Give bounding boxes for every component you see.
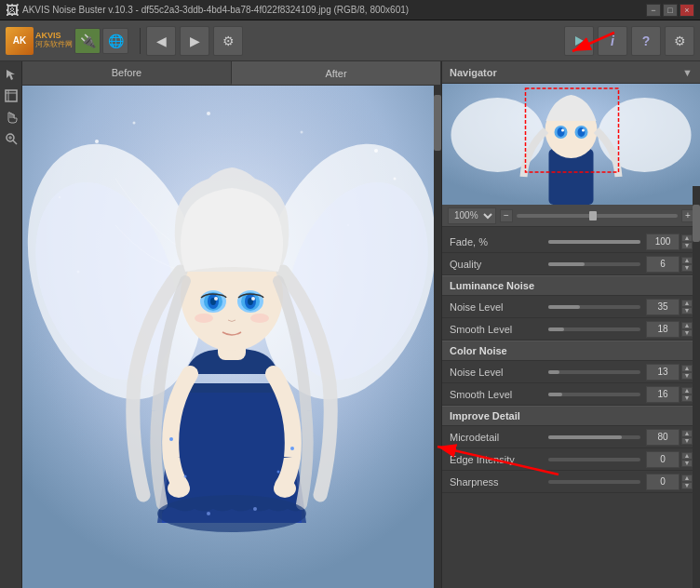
navigator-chevron[interactable]: ▼	[682, 67, 693, 78]
left-sidebar	[0, 61, 22, 588]
tab-before[interactable]: Before	[22, 61, 232, 85]
smooth-lum-up[interactable]: ▲	[681, 322, 693, 329]
svg-point-44	[207, 512, 210, 515]
edge-intensity-spinner: ▲ ▼	[681, 452, 693, 467]
noise-level-lum-slider[interactable]	[548, 305, 641, 309]
svg-point-38	[168, 479, 190, 498]
svg-point-54	[578, 127, 586, 137]
fade-up[interactable]: ▲	[681, 234, 693, 242]
svg-point-56	[582, 129, 585, 132]
sharpness-up[interactable]: ▲	[681, 474, 693, 482]
improve-detail-header: Improve Detail	[442, 406, 700, 426]
noise-lum-down[interactable]: ▼	[681, 307, 693, 314]
quality-spinner: ▲ ▼	[681, 257, 693, 272]
help-button[interactable]: ?	[631, 26, 661, 56]
navigator-header: Navigator ▼	[442, 61, 700, 84]
quality-down[interactable]: ▼	[681, 264, 693, 272]
noise-col-up[interactable]: ▲	[681, 365, 693, 372]
zoom-minus-button[interactable]: −	[500, 209, 513, 222]
tool-select[interactable]	[2, 65, 20, 84]
svg-point-43	[277, 471, 280, 474]
view-tabs: Before After	[22, 61, 441, 86]
noise-level-col-label: Noise Level	[450, 367, 543, 378]
noise-level-col-value[interactable]: 13	[646, 364, 680, 381]
svg-point-29	[214, 297, 218, 301]
title-bar-left: 🖼 AKVIS Noise Buster v.10.3 - df55c2a3-3…	[6, 3, 409, 18]
svg-point-55	[561, 129, 564, 132]
svg-point-10	[95, 140, 99, 143]
edge-intensity-slider[interactable]	[548, 458, 641, 461]
smooth-col-up[interactable]: ▲	[681, 387, 693, 394]
quality-up[interactable]: ▲	[681, 257, 693, 264]
smooth-level-lum-label: Smooth Level	[450, 324, 543, 335]
svg-point-34	[251, 297, 255, 301]
info-button[interactable]: i	[598, 26, 627, 56]
noise-level-col-slider[interactable]	[548, 370, 641, 374]
microdetail-slider[interactable]	[548, 435, 641, 439]
noise-col-down[interactable]: ▼	[681, 372, 693, 380]
tab-after[interactable]: After	[232, 61, 441, 85]
sharpness-spinner: ▲ ▼	[681, 474, 693, 489]
quality-label: Quality	[450, 259, 543, 270]
forward-button[interactable]: ▶	[180, 26, 209, 56]
fade-label: Fade, %	[450, 236, 543, 247]
globe-button[interactable]: 🌐	[102, 28, 128, 54]
svg-point-45	[253, 507, 257, 511]
noise-lum-up[interactable]: ▲	[681, 300, 693, 307]
smooth-level-col-label: Smooth Level	[450, 389, 543, 400]
smooth-level-col-slider[interactable]	[548, 393, 641, 396]
zoom-slider[interactable]	[517, 214, 678, 218]
svg-point-39	[274, 479, 296, 498]
tool-crop[interactable]	[2, 87, 20, 105]
edge-intensity-label: Edge Intensity	[450, 454, 543, 465]
canvas-area: Before After	[22, 61, 441, 588]
microdetail-row: Microdetail 80 ▲ ▼	[442, 426, 700, 448]
quality-value[interactable]: 6	[646, 256, 680, 273]
tool-hand[interactable]	[2, 108, 20, 127]
quality-slider[interactable]	[548, 262, 641, 266]
smooth-level-col-value[interactable]: 16	[646, 386, 680, 403]
edge-intensity-down[interactable]: ▼	[681, 460, 693, 467]
microdetail-down[interactable]: ▼	[681, 437, 693, 445]
noise-level-lum-value[interactable]: 35	[646, 299, 680, 315]
globe-icon: 🌐	[108, 33, 124, 48]
svg-point-40	[169, 437, 173, 441]
edge-intensity-value[interactable]: 0	[646, 451, 680, 468]
smooth-level-lum-row: Smooth Level 18 ▲ ▼	[442, 318, 700, 341]
smooth-lum-down[interactable]: ▼	[681, 329, 693, 337]
svg-point-41	[290, 447, 294, 450]
microdetail-label: Microdetail	[450, 432, 543, 443]
nav-image	[442, 84, 700, 205]
sharpness-label: Sharpness	[450, 476, 543, 488]
params-panel: Fade, % 100 ▲ ▼ Quality 6 ▲ ▼	[442, 227, 700, 588]
plugin-button[interactable]: 🔌	[74, 28, 101, 54]
sharpness-slider[interactable]	[548, 480, 641, 484]
color-noise-header: Color Noise	[442, 341, 700, 361]
fade-down[interactable]: ▼	[681, 242, 693, 249]
svg-point-37	[157, 495, 306, 532]
title-text: AKVIS Noise Buster v.10.3 - df55c2a3-3dd…	[22, 5, 409, 15]
minimize-button[interactable]: −	[646, 4, 661, 17]
settings-button[interactable]: ⚙	[213, 26, 243, 56]
zoom-select[interactable]: 100%	[448, 207, 496, 224]
edge-intensity-up[interactable]: ▲	[681, 452, 693, 460]
fade-value[interactable]: 100	[646, 234, 680, 250]
sharpness-value[interactable]: 0	[646, 474, 680, 490]
sharpness-down[interactable]: ▼	[681, 482, 693, 489]
back-button[interactable]: ◀	[146, 26, 176, 56]
luminance-noise-header: Luminance Noise	[442, 275, 700, 296]
smooth-level-lum-value[interactable]: 18	[646, 321, 680, 338]
canvas-image	[22, 86, 441, 588]
fade-slider[interactable]	[548, 240, 641, 244]
smooth-level-lum-slider[interactable]	[548, 327, 641, 331]
prefs-button[interactable]: ⚙	[665, 26, 694, 56]
help-icon: ?	[642, 33, 651, 48]
close-button[interactable]: ×	[680, 4, 694, 17]
maximize-button[interactable]: □	[663, 4, 678, 17]
smooth-col-down[interactable]: ▼	[681, 394, 693, 402]
tool-zoom[interactable]	[2, 129, 20, 148]
run-button[interactable]	[564, 26, 594, 56]
microdetail-up[interactable]: ▲	[681, 430, 693, 437]
microdetail-value[interactable]: 80	[646, 429, 680, 446]
noise-level-lum-label: Noise Level	[450, 301, 543, 313]
